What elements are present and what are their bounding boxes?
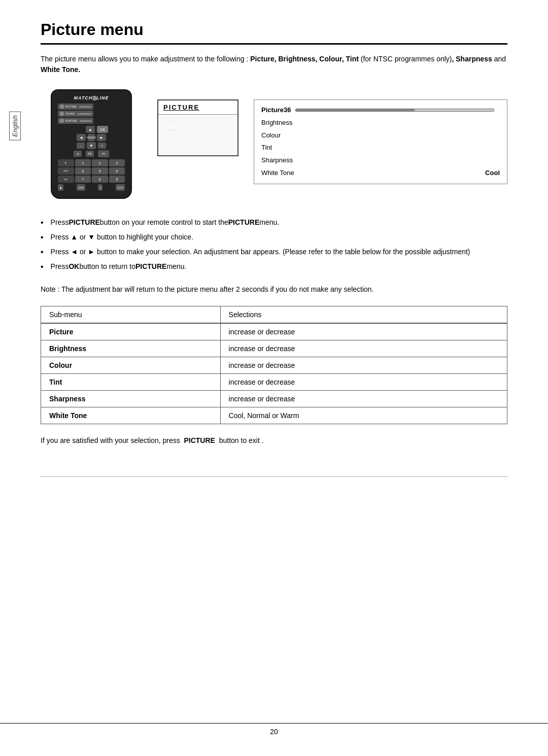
table-body: Pictureincrease or decreaseBrightnessinc…: [41, 323, 507, 424]
table-row: Pictureincrease or decrease: [41, 323, 507, 340]
remote-btn-0: 0: [98, 184, 102, 191]
table-cell-submenu: Tint: [41, 374, 221, 391]
table-row: Brightnessincrease or decrease: [41, 340, 507, 357]
menu-item-whitetone-label: White Tone: [261, 168, 294, 179]
remote-pr-btn: PR: [86, 151, 94, 157]
closing-paragraph: If you are satisfied with your selection…: [41, 435, 507, 446]
menu-row-whitetone: White Tone Cool: [261, 167, 500, 180]
instruction-4: Press OK button to return to PICTURE men…: [41, 261, 507, 273]
menu-row-picture: Picture 36 ·: [261, 104, 500, 117]
remote-ach-btn: A/CH: [116, 184, 125, 191]
remote-btn-3: 3: [109, 159, 125, 166]
menu-row-colour: Colour: [261, 129, 500, 142]
remote-osd-btn: OSD: [77, 184, 85, 191]
remote-sound-btn: SOUND: [58, 111, 93, 117]
remote-btn-8: 8: [92, 176, 108, 183]
remote-btn-1: 1: [75, 159, 91, 166]
remote-nav-mid-row: ◄ VIDEO ►: [77, 134, 106, 141]
table-row: White ToneCool, Normal or Warm: [41, 407, 507, 424]
remote-nav-up-row: ▲ OK: [75, 126, 108, 133]
menu-row-tint: Tint: [261, 142, 500, 154]
instructions-list: Press PICTURE button on your remote cont…: [41, 217, 507, 273]
screen-body: · · · · · ·: [158, 115, 237, 155]
menu-item-whitetone-value: Cool: [485, 168, 500, 179]
menu-item-picture-bar: [295, 109, 494, 112]
bottom-rule: [41, 476, 507, 477]
menu-item-tint-label: Tint: [261, 143, 272, 153]
table-cell-selection: increase or decrease: [220, 357, 507, 374]
menu-item-picture-edge: ·: [498, 106, 500, 115]
menu-item-colour-label: Colour: [261, 130, 281, 141]
remote-feature-btn: FEATURE: [58, 118, 93, 124]
remote-right-btn: ►: [97, 134, 106, 141]
intro-paragraph: The picture menu allows you to make adju…: [41, 54, 507, 75]
instruction-2: Press ▲ or ▼ button to highlight your ch…: [41, 232, 507, 244]
note-paragraph: Note : The adjustment bar will return to…: [41, 284, 507, 295]
adjustments-table: Sub-menu Selections Pictureincrease or d…: [41, 306, 507, 424]
remote-up-btn: ▲: [86, 126, 95, 133]
page-number: 20: [0, 723, 548, 736]
remote-control-illustration: MATCH|||LINE PICTURE SOUND FEATURE: [41, 89, 142, 199]
remote-btn-6: 6: [109, 167, 125, 175]
remote-power-btn: ⏻: [58, 184, 63, 191]
remote-vol-plus: +: [98, 143, 106, 149]
remote-picture-btn: PICTURE: [58, 104, 93, 110]
remote-btn-2: 2: [92, 159, 108, 166]
remote-special-btn-2: TXT: [58, 167, 74, 175]
table-cell-submenu: Picture: [41, 323, 221, 340]
table-row: Sharpnessincrease or decrease: [41, 391, 507, 407]
remote-control: MATCH|||LINE PICTURE SOUND FEATURE: [51, 89, 132, 199]
col-header-submenu: Sub-menu: [41, 306, 221, 324]
remote-left-btn: ◄: [77, 134, 86, 141]
remote-nav-down-row: - ▼ +: [77, 142, 106, 149]
remote-number-grid: E 1 2 3 TXT 4 5 6 INC 7 8 9: [58, 159, 125, 183]
instruction-3: Press ◄ or ► button to make your selecti…: [41, 247, 507, 258]
remote-mute-btn: ◄: [74, 151, 82, 157]
col-header-selections: Selections: [220, 306, 507, 324]
screen-header-label: PICTURE: [158, 100, 237, 115]
remote-bottom-row: ⏻ OSD 0 A/CH: [58, 184, 125, 191]
menu-panel: Picture 36 · Brightness Colour Tint Shar…: [254, 99, 507, 184]
remote-btn-4: 4: [75, 167, 91, 175]
remote-vol-minus: -: [77, 143, 85, 149]
title-divider: [41, 43, 507, 45]
table-row: Tintincrease or decrease: [41, 374, 507, 391]
menu-item-brightness-label: Brightness: [261, 118, 292, 128]
screen-mockup: PICTURE · · · · · ·: [157, 99, 238, 156]
table-cell-selection: increase or decrease: [220, 340, 507, 357]
table-cell-submenu: White Tone: [41, 407, 221, 424]
table-cell-selection: Cool, Normal or Warm: [220, 407, 507, 424]
remote-btn-5: 5: [92, 167, 108, 175]
table-cell-submenu: Brightness: [41, 340, 221, 357]
table-cell-selection: increase or decrease: [220, 374, 507, 391]
remote-brand: MATCH|||LINE: [58, 95, 125, 100]
menu-row-sharpness: Sharpness: [261, 154, 500, 167]
remote-menu-buttons: PICTURE SOUND FEATURE: [58, 104, 125, 124]
remote-bottom-nav: ◄ PR CH: [74, 150, 109, 157]
instruction-1: Press PICTURE button on your remote cont…: [41, 217, 507, 229]
menu-item-picture-value: 36: [284, 105, 291, 116]
diagram-area: MATCH|||LINE PICTURE SOUND FEATURE: [41, 89, 507, 199]
table-cell-submenu: Colour: [41, 357, 221, 374]
remote-special-btn-1: E: [58, 159, 74, 166]
remote-down-btn: ▼: [87, 142, 96, 149]
menu-row-brightness: Brightness: [261, 117, 500, 129]
remote-ok-btn: OK: [97, 126, 108, 133]
table-cell-submenu: Sharpness: [41, 391, 221, 407]
remote-special-btn-3: INC: [58, 176, 74, 183]
remote-btn-7: 7: [75, 176, 91, 183]
remote-ch-btn: CH: [98, 150, 109, 157]
page-title: Picture menu: [41, 20, 507, 39]
bullet-section: Press PICTURE button on your remote cont…: [41, 217, 507, 273]
menu-item-picture-label: Picture: [261, 105, 284, 116]
table-cell-selection: increase or decrease: [220, 323, 507, 340]
sidebar-english-label: English: [9, 112, 21, 141]
table-row: Colourincrease or decrease: [41, 357, 507, 374]
remote-nav-area: ▲ OK ◄ VIDEO ► - ▼ + ◄ PR: [58, 126, 125, 157]
table-header-row: Sub-menu Selections: [41, 306, 507, 324]
menu-item-sharpness-label: Sharpness: [261, 155, 293, 166]
remote-btn-9: 9: [109, 176, 125, 183]
table-cell-selection: increase or decrease: [220, 391, 507, 407]
